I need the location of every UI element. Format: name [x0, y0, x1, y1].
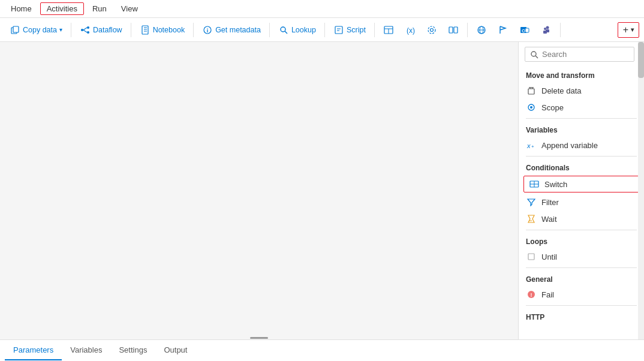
- panel-item-wait[interactable]: Wait: [519, 210, 644, 227]
- add-icon: +: [623, 25, 628, 35]
- toolbar-globe[interactable]: [471, 22, 492, 38]
- svg-point-22: [430, 28, 433, 31]
- bottom-tabs: Parameters Variables Settings Output: [0, 339, 644, 361]
- toolbar-table[interactable]: [378, 22, 399, 38]
- copy-icon: [10, 25, 20, 35]
- menu-run[interactable]: Run: [86, 2, 113, 16]
- toolbar-teams[interactable]: [536, 22, 556, 38]
- svg-point-13: [281, 27, 285, 32]
- script-icon: [333, 25, 344, 35]
- until-icon: [526, 251, 537, 262]
- globe-icon: [476, 25, 487, 35]
- svg-rect-15: [335, 26, 342, 34]
- wait-icon: [526, 213, 537, 224]
- divider-4: [526, 267, 637, 268]
- divider-2: [526, 156, 637, 157]
- canvas-area[interactable]: [0, 42, 518, 339]
- svg-rect-24: [449, 27, 453, 33]
- delete-data-label: Delete data: [541, 86, 582, 95]
- divider-3: [526, 230, 637, 230]
- dataflow-icon: [80, 25, 91, 35]
- svg-text:(x): (x): [407, 26, 415, 35]
- svg-rect-1: [13, 26, 19, 32]
- toolbar-divider-7: [467, 23, 468, 37]
- toolbar-divider-4: [269, 23, 270, 37]
- toolbar-outlook[interactable]: O: [514, 22, 535, 38]
- divider-5: [526, 305, 637, 306]
- svg-rect-31: [525, 28, 529, 32]
- panel-scrollbar-thumb[interactable]: [638, 42, 644, 78]
- toolbar-dataflow[interactable]: Dataflow: [75, 22, 127, 38]
- svg-text:!: !: [531, 292, 532, 298]
- split-icon: [448, 25, 459, 35]
- notebook-label: Notebook: [153, 26, 185, 34]
- canvas-drag-handle[interactable]: [247, 336, 271, 339]
- svg-point-2: [81, 29, 83, 31]
- until-label: Until: [541, 252, 557, 261]
- toolbar-split[interactable]: [443, 22, 464, 38]
- svg-line-6: [83, 30, 87, 32]
- tab-variables[interactable]: Variables: [62, 341, 110, 360]
- panel-item-switch[interactable]: Switch: [523, 176, 639, 192]
- tab-parameters[interactable]: Parameters: [5, 341, 62, 360]
- dataflow-label: Dataflow: [93, 26, 122, 34]
- svg-point-23: [428, 26, 435, 34]
- svg-point-3: [87, 26, 89, 29]
- flag-icon: [498, 25, 508, 35]
- svg-rect-50: [528, 254, 534, 260]
- svg-rect-38: [528, 89, 534, 94]
- settings-icon: [426, 25, 437, 35]
- toolbar-lookup[interactable]: Lookup: [273, 22, 321, 38]
- main-layout: Move and transform Delete data Scope Var…: [0, 42, 644, 339]
- search-box[interactable]: [525, 47, 634, 62]
- toolbar: Copy data ▾ Dataflow Notebook i Get meta…: [0, 18, 644, 42]
- divider-1: [526, 118, 637, 119]
- panel-item-filter[interactable]: Filter: [519, 194, 644, 210]
- toolbar-flag[interactable]: [493, 22, 513, 38]
- table-icon: [383, 25, 394, 35]
- panel-scrollbar[interactable]: [638, 42, 644, 339]
- lookup-label: Lookup: [291, 26, 316, 34]
- panel-item-fail[interactable]: ! Fail: [519, 286, 644, 303]
- switch-icon: [529, 179, 540, 189]
- add-button[interactable]: + ▾: [618, 22, 639, 38]
- panel-item-append-variable[interactable]: x+ Append variable: [519, 137, 644, 154]
- toolbar-copy-data[interactable]: Copy data ▾: [5, 22, 67, 38]
- fail-icon: !: [526, 289, 537, 300]
- script-label: Script: [347, 26, 366, 34]
- menu-view[interactable]: View: [115, 2, 144, 16]
- outlook-icon: O: [519, 25, 530, 35]
- toolbar-get-metadata[interactable]: i Get metadata: [197, 22, 266, 38]
- menu-home[interactable]: Home: [5, 2, 38, 16]
- panel-item-scope[interactable]: Scope: [519, 99, 644, 116]
- toolbar-variable[interactable]: (x): [400, 22, 420, 38]
- filter-icon: [526, 197, 537, 207]
- scope-icon: [526, 102, 537, 113]
- toolbar-settings[interactable]: [422, 22, 442, 38]
- tab-output[interactable]: Output: [155, 341, 195, 360]
- search-input[interactable]: [542, 50, 629, 59]
- copy-data-label: Copy data: [23, 26, 57, 34]
- toolbar-script[interactable]: Script: [329, 22, 371, 38]
- section-http: HTTP: [519, 308, 644, 324]
- svg-rect-7: [142, 26, 148, 34]
- svg-point-32: [546, 26, 549, 29]
- filter-label: Filter: [541, 198, 559, 207]
- svg-text:i: i: [207, 28, 209, 34]
- svg-text:x: x: [526, 142, 531, 149]
- tab-settings[interactable]: Settings: [110, 341, 155, 360]
- lookup-icon: [278, 25, 289, 35]
- panel-item-until[interactable]: Until: [519, 248, 644, 265]
- svg-point-36: [531, 52, 536, 56]
- svg-point-43: [530, 106, 532, 109]
- copy-data-dropdown: ▾: [59, 26, 62, 33]
- section-move-transform: Move and transform: [519, 67, 644, 82]
- toolbar-notebook[interactable]: Notebook: [135, 22, 190, 38]
- panel-item-delete-data[interactable]: Delete data: [519, 82, 644, 99]
- notebook-icon: [140, 25, 151, 35]
- fail-label: Fail: [541, 290, 554, 299]
- menu-activities[interactable]: Activities: [40, 2, 84, 15]
- section-conditionals: Conditionals: [519, 159, 644, 175]
- handle-bar: [250, 337, 268, 339]
- delete-icon: [526, 85, 537, 96]
